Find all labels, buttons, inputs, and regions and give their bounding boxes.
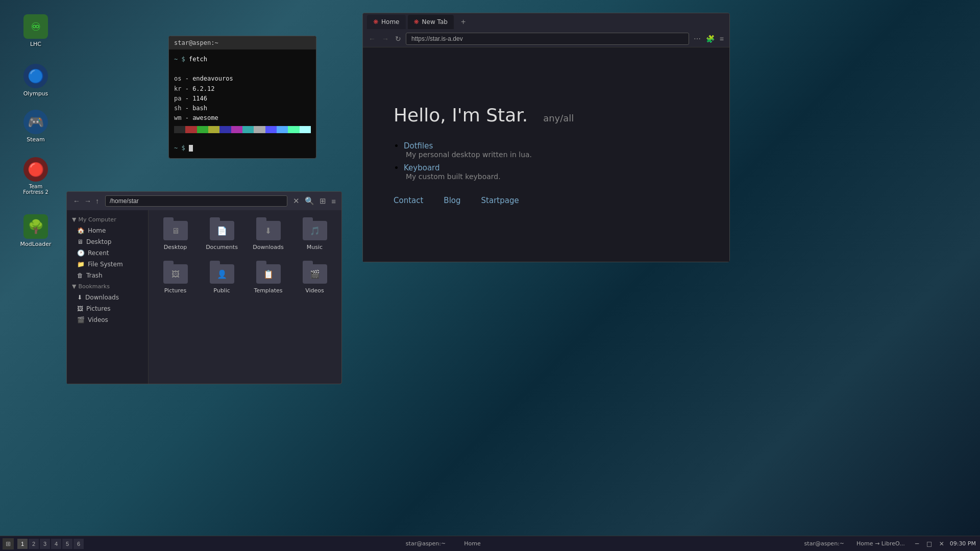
fm-pictures-label: Pictures [86, 305, 111, 312]
terminal-output-os: os - endeavouros [174, 74, 311, 84]
modloader-icon: 🌳 [23, 214, 48, 239]
fm-folder-downloads[interactable]: ⬇ Downloads [248, 216, 289, 255]
fm-sidebar-filesystem[interactable]: 📁 File System [67, 259, 148, 270]
taskbar-center: star@aspen:~ Home [86, 540, 800, 547]
fm-section-bookmarks-label: Bookmarks [78, 283, 109, 290]
workspace-5-button[interactable]: 5 [62, 539, 72, 549]
blog-link[interactable]: Blog [444, 196, 460, 205]
browser-tab-newtab[interactable]: ❋ New Tab [408, 15, 454, 29]
startpage-link[interactable]: Startpage [481, 196, 519, 205]
fm-folder-name-desktop: Desktop [164, 244, 187, 251]
taskbar-maximize-button[interactable]: □ [925, 540, 934, 548]
workspace-4-button[interactable]: 4 [51, 539, 61, 549]
fm-search-button[interactable]: 🔍 [303, 195, 316, 207]
fm-folder-desktop[interactable]: 🖥 Desktop [155, 216, 196, 255]
fm-folder-icon-downloads: ⬇ [256, 220, 281, 241]
fm-content: 🖥 Desktop 📄 Documents ⬇ [149, 210, 341, 384]
fm-folder-icon-videos: 🎬 [303, 264, 327, 284]
taskbar-right-app1[interactable]: star@aspen:~ [800, 540, 848, 547]
fm-folder-documents[interactable]: 📄 Documents [201, 216, 242, 255]
fm-forward-button[interactable]: → [82, 195, 93, 207]
fm-folder-icon-public: 👤 [210, 264, 234, 284]
fm-folder-name-templates: Templates [254, 287, 283, 294]
fm-sidebar-home[interactable]: 🏠 Home [67, 225, 148, 236]
desktop-icon-tf2[interactable]: 🔴 TeamFortress 2 [15, 157, 56, 195]
browser-content: Hello, I'm Star. any/all Dotfiles My per… [363, 47, 729, 262]
workspace-6-button[interactable]: 6 [74, 539, 84, 549]
steam-icon: 🎮 [23, 110, 48, 134]
browser-back-button[interactable]: ← [367, 33, 377, 44]
fm-delete-button[interactable]: ✕ [291, 195, 301, 207]
browser-menu-button[interactable]: ≡ [718, 33, 725, 44]
workspace-2-button[interactable]: 2 [29, 539, 39, 549]
taskbar-close-button[interactable]: ✕ [938, 540, 946, 548]
fm-folder-public[interactable]: 👤 Public [201, 260, 242, 298]
fm-section-bookmarks[interactable]: ▼ Bookmarks [67, 281, 148, 292]
fm-recent-label: Recent [88, 249, 109, 257]
browser-extensions-button[interactable]: 🧩 [704, 33, 716, 44]
fm-folder-icon-music: 🎵 [303, 220, 327, 241]
fm-desktop-label: Desktop [86, 238, 112, 245]
desktop-icon-olympus[interactable]: 🔵 Olympus [15, 64, 56, 97]
downloads-icon: ⬇ [77, 294, 82, 301]
contact-link[interactable]: Contact [394, 196, 423, 205]
site-title: Hello, I'm Star. [394, 105, 528, 126]
fm-up-button[interactable]: ↑ [93, 195, 101, 207]
tab-home-icon: ❋ [373, 18, 378, 26]
tab-newtab-icon: ❋ [414, 18, 419, 26]
taskbar-app-terminal[interactable]: star@aspen:~ [402, 540, 450, 547]
taskbar-minimize-button[interactable]: ─ [913, 540, 921, 548]
browser-forward-button[interactable]: → [380, 33, 390, 44]
fm-sidebar-trash[interactable]: 🗑 Trash [67, 270, 148, 281]
browser-url-input[interactable] [406, 33, 689, 45]
desktop-icon-modloader[interactable]: 🌳 ModLoader [15, 214, 56, 247]
fm-section-mycomputer-label: My Computer [78, 216, 116, 223]
tf2-icon: 🔴 [23, 157, 48, 182]
list-item: Keyboard My custom built keyboard. [404, 163, 699, 181]
fm-sidebar-videos[interactable]: 🎬 Videos [67, 314, 148, 325]
fm-back-button[interactable]: ← [71, 195, 82, 207]
desktop-icon-lhc[interactable]: ♾ LHC [15, 14, 56, 47]
fm-folder-icon-desktop: 🖥 [163, 220, 188, 241]
fm-sidebar-desktop[interactable]: 🖥 Desktop [67, 236, 148, 247]
fm-folder-videos[interactable]: 🎬 Videos [294, 260, 335, 298]
browser-reload-button[interactable]: ↻ [394, 33, 403, 44]
fm-folder-name-documents: Documents [206, 244, 238, 251]
browser-more-button[interactable]: ⋯ [692, 33, 702, 44]
modloader-label: ModLoader [20, 241, 52, 247]
fm-section-mycomputer[interactable]: ▼ My Computer [67, 214, 148, 225]
dotfiles-desc: My personal desktop written in lua. [404, 151, 699, 159]
fm-sidebar-downloads[interactable]: ⬇ Downloads [67, 292, 148, 303]
fm-downloads-label: Downloads [85, 294, 119, 301]
terminal-title: star@aspen:~ [174, 39, 218, 46]
fm-folder-icon-documents: 📄 [210, 220, 234, 241]
site-header: Hello, I'm Star. any/all [394, 105, 699, 126]
fm-sidebar-recent[interactable]: 🕐 Recent [67, 247, 148, 259]
fm-path-input[interactable] [105, 195, 287, 207]
tf2-label: TeamFortress 2 [23, 184, 48, 195]
fm-titlebar[interactable]: ← → ↑ ✕ 🔍 ⊞ ≡ [67, 192, 341, 210]
fm-folder-music[interactable]: 🎵 Music [294, 216, 335, 255]
home-icon: 🏠 [77, 227, 85, 234]
taskbar-grid-button[interactable]: ⊞ [3, 538, 14, 549]
browser-new-tab-button[interactable]: + [458, 17, 469, 27]
dotfiles-link[interactable]: Dotfiles [404, 141, 433, 151]
fm-sidebar-pictures[interactable]: 🖼 Pictures [67, 303, 148, 314]
fm-folder-name-videos: Videos [305, 287, 324, 294]
browser-titlebar[interactable]: ❋ Home ❋ New Tab + [363, 13, 729, 31]
keyboard-link[interactable]: Keyboard [404, 163, 440, 172]
fm-list-view-button[interactable]: ≡ [330, 195, 337, 207]
browser-tab-home[interactable]: ❋ Home [367, 15, 406, 29]
fm-folder-pictures[interactable]: 🖼 Pictures [155, 260, 196, 298]
desktop-icon-steam[interactable]: 🎮 Steam [15, 110, 56, 143]
workspace-1-button[interactable]: 1 [17, 539, 28, 549]
terminal-body[interactable]: ~ $ fetch os - endeavouros kr - 6.2.12 p… [169, 49, 316, 158]
fm-grid-view-button[interactable]: ⊞ [318, 195, 328, 207]
taskbar-app-browser[interactable]: Home [460, 540, 484, 547]
fm-folder-templates[interactable]: 📋 Templates [248, 260, 289, 298]
taskbar-right: star@aspen:~ Home → LibreO... ─ □ ✕ 09:3… [800, 540, 980, 548]
terminal-titlebar[interactable]: star@aspen:~ [169, 36, 316, 49]
terminal-line-1: ~ $ fetch [174, 55, 311, 64]
workspace-3-button[interactable]: 3 [40, 539, 50, 549]
taskbar-right-app2[interactable]: Home → LibreO... [852, 540, 909, 547]
